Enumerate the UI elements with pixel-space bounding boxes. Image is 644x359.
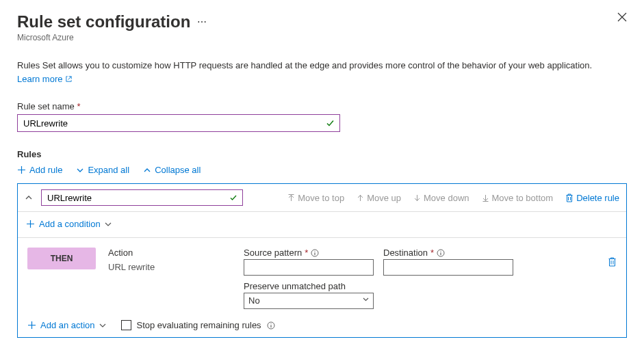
- arrow-down-icon: [413, 194, 421, 202]
- destination-label: Destination *: [383, 248, 513, 258]
- stop-evaluating-label: Stop evaluating remaining rules: [137, 320, 261, 330]
- move-down-button[interactable]: Move down: [413, 193, 469, 203]
- preserve-select[interactable]: No: [244, 293, 374, 309]
- delete-rule-button[interactable]: Delete rule: [565, 193, 619, 203]
- stop-evaluating-checkbox[interactable]: Stop evaluating remaining rules: [121, 320, 275, 330]
- plus-icon: [26, 220, 35, 228]
- ruleset-name-label: Rule set name *: [17, 101, 627, 111]
- checkbox-box: [121, 320, 131, 330]
- chevron-down-icon: [99, 322, 106, 329]
- page-subtitle: Microsoft Azure: [17, 33, 207, 42]
- action-label: Action: [108, 248, 231, 258]
- description-text: Rules Set allows you to customize how HT…: [17, 59, 627, 72]
- info-icon[interactable]: [437, 249, 445, 257]
- more-menu-icon[interactable]: ⋯: [197, 16, 207, 27]
- move-up-button[interactable]: Move up: [357, 193, 401, 203]
- plus-icon: [27, 321, 36, 330]
- chevron-down-icon: [76, 166, 84, 174]
- rule-name-input[interactable]: [41, 189, 243, 206]
- trash-icon: [565, 194, 574, 202]
- learn-more-link[interactable]: Learn more: [17, 74, 73, 84]
- expand-all-button[interactable]: Expand all: [76, 165, 129, 175]
- ruleset-name-input[interactable]: [17, 114, 340, 132]
- then-badge: THEN: [27, 248, 96, 269]
- rules-section-header: Rules: [17, 149, 627, 159]
- add-action-button[interactable]: Add an action: [27, 320, 106, 330]
- move-to-top-button[interactable]: Move to top: [287, 193, 344, 203]
- page-title: Rule set configuration: [17, 12, 190, 31]
- close-icon[interactable]: [617, 12, 627, 22]
- info-icon[interactable]: [311, 249, 319, 257]
- arrow-top-icon: [287, 194, 295, 202]
- checkmark-icon: [326, 119, 335, 128]
- required-asterisk: *: [77, 101, 80, 111]
- collapse-all-button[interactable]: Collapse all: [143, 165, 201, 175]
- delete-action-button[interactable]: [608, 248, 617, 267]
- chevron-down-icon: [105, 221, 112, 228]
- collapse-rule-icon[interactable]: [25, 194, 33, 202]
- external-link-icon: [65, 75, 73, 83]
- move-to-bottom-button[interactable]: Move to bottom: [482, 193, 554, 203]
- checkmark-icon: [229, 194, 237, 202]
- action-value: URL rewrite: [108, 262, 231, 272]
- add-rule-button[interactable]: Add rule: [17, 165, 62, 175]
- arrow-bottom-icon: [482, 194, 489, 202]
- learn-more-label: Learn more: [17, 74, 62, 84]
- info-icon[interactable]: [267, 321, 275, 330]
- destination-input[interactable]: [383, 259, 513, 276]
- chevron-up-icon: [143, 166, 151, 174]
- source-pattern-input[interactable]: [244, 259, 374, 276]
- preserve-label: Preserve unmatched path: [244, 281, 374, 291]
- add-condition-button[interactable]: Add a condition: [26, 219, 112, 229]
- plus-icon: [17, 165, 26, 174]
- rule-card: Move to top Move up Move down Move to bo…: [17, 183, 627, 338]
- arrow-up-icon: [357, 194, 364, 202]
- source-pattern-label: Source pattern *: [244, 248, 374, 258]
